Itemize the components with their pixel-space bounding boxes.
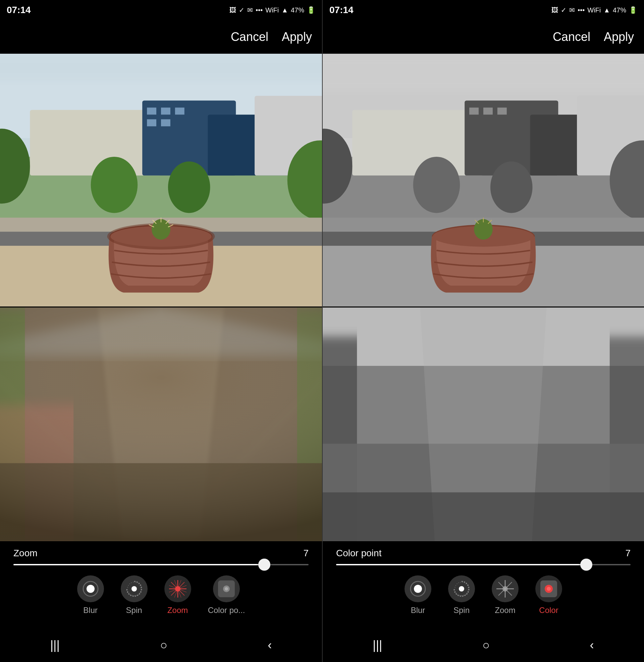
slider-thumb-right[interactable] bbox=[580, 558, 592, 571]
colorpoint-icon-circle-right bbox=[535, 575, 562, 602]
wifi-icon-right: WiFi bbox=[587, 6, 601, 14]
colorpoint-label-right: Color bbox=[539, 605, 558, 615]
top-bar-left: Cancel Apply bbox=[0, 20, 322, 54]
image-area-right bbox=[323, 54, 644, 541]
blur-icon-circle-right bbox=[405, 575, 431, 602]
slider-row-left: Zoom 7 bbox=[14, 548, 308, 558]
svg-rect-7 bbox=[161, 107, 170, 114]
svg-rect-68 bbox=[498, 107, 507, 114]
svg-point-97 bbox=[459, 586, 464, 592]
svg-point-16 bbox=[168, 161, 210, 213]
apply-button-left[interactable]: Apply bbox=[282, 30, 312, 44]
slider-label-right: Color point bbox=[336, 548, 382, 558]
spin-label-right: Spin bbox=[454, 605, 469, 615]
slider-thumb-left[interactable] bbox=[258, 558, 270, 571]
battery-icon-right: 🔋 bbox=[629, 6, 637, 14]
check-icon-left: ✓ bbox=[239, 6, 245, 14]
nav-bar-left: ||| ○ ‹ bbox=[0, 628, 322, 662]
svg-rect-94 bbox=[323, 492, 644, 541]
image-area-left bbox=[0, 54, 322, 541]
effect-zoom-left[interactable]: Zoom bbox=[164, 575, 191, 615]
slider-row-right: Color point 7 bbox=[336, 548, 630, 558]
effect-colorpoint-right[interactable]: Color bbox=[535, 575, 562, 615]
slider-fill-right bbox=[336, 564, 586, 565]
effect-blur-right[interactable]: Blur bbox=[405, 575, 431, 615]
svg-rect-6 bbox=[147, 107, 156, 114]
slider-fill-left bbox=[14, 564, 264, 565]
zoom-label-left: Zoom bbox=[167, 605, 188, 615]
status-time-left: 07:14 bbox=[7, 5, 31, 16]
wifi-icon-left: WiFi bbox=[265, 6, 279, 14]
photo-bottom-right bbox=[323, 308, 644, 541]
back-nav-right[interactable]: ‹ bbox=[590, 638, 594, 652]
status-icons-right: 🖼 ✓ ✉ ••• WiFi ▲ 47% 🔋 bbox=[551, 6, 637, 14]
svg-point-73 bbox=[413, 157, 460, 213]
svg-rect-66 bbox=[469, 107, 479, 114]
svg-point-46 bbox=[132, 586, 137, 592]
slider-label-left: Zoom bbox=[14, 548, 38, 558]
slider-track-left[interactable] bbox=[14, 564, 308, 565]
battery-icon-left: 🔋 bbox=[307, 6, 315, 14]
email-icon-left: ✉ bbox=[247, 6, 253, 14]
menu-nav-left[interactable]: ||| bbox=[50, 638, 60, 652]
zoom-icon-circle-right bbox=[492, 575, 519, 602]
zoom-label-right: Zoom bbox=[495, 605, 515, 615]
effects-row-right: Blur Spin bbox=[336, 572, 630, 622]
battery-right: 47% bbox=[613, 6, 626, 14]
photo-bottom-right-svg bbox=[323, 308, 644, 541]
svg-rect-10 bbox=[161, 119, 170, 126]
controls-left: Zoom 7 Blur bbox=[0, 541, 322, 628]
blur-label-right: Blur bbox=[411, 605, 425, 615]
email-icon-right: ✉ bbox=[569, 6, 575, 14]
svg-rect-8 bbox=[175, 107, 184, 114]
svg-point-59 bbox=[225, 587, 228, 591]
cancel-button-left[interactable]: Cancel bbox=[231, 30, 268, 44]
effect-blur-left[interactable]: Blur bbox=[77, 575, 104, 615]
check-icon-right: ✓ bbox=[561, 6, 567, 14]
svg-point-95 bbox=[414, 585, 422, 593]
svg-rect-87 bbox=[323, 54, 644, 91]
photo-bottom-left-svg bbox=[0, 308, 322, 541]
effect-spin-right[interactable]: Spin bbox=[448, 575, 475, 615]
spin-icon-circle-right bbox=[448, 575, 475, 602]
svg-rect-67 bbox=[483, 107, 493, 114]
zoom-icon-circle-left bbox=[164, 575, 191, 602]
status-icons-left: 🖼 ✓ ✉ ••• WiFi ▲ 47% 🔋 bbox=[229, 6, 315, 14]
cancel-button-right[interactable]: Cancel bbox=[553, 30, 590, 44]
photo-top-right bbox=[323, 54, 644, 307]
left-panel: 07:14 🖼 ✓ ✉ ••• WiFi ▲ 47% 🔋 Cancel Appl… bbox=[0, 0, 322, 662]
svg-rect-9 bbox=[147, 119, 156, 126]
home-nav-right[interactable]: ○ bbox=[482, 638, 490, 652]
colorpoint-icon-circle-left bbox=[213, 575, 240, 602]
colorpoint-label-left: Color po... bbox=[208, 605, 245, 615]
effects-row-left: Blur Spin bbox=[14, 572, 308, 622]
effect-zoom-right[interactable]: Zoom bbox=[492, 575, 519, 615]
photo-top-left bbox=[0, 54, 322, 307]
status-bar-right: 07:14 🖼 ✓ ✉ ••• WiFi ▲ 47% 🔋 bbox=[323, 0, 644, 20]
svg-point-44 bbox=[87, 585, 95, 593]
right-panel: 07:14 🖼 ✓ ✉ ••• WiFi ▲ 47% 🔋 Cancel Appl… bbox=[322, 0, 644, 662]
home-nav-left[interactable]: ○ bbox=[160, 638, 167, 652]
signal-icon-right: ▲ bbox=[603, 6, 610, 14]
apply-button-right[interactable]: Apply bbox=[604, 30, 634, 44]
more-icon-right: ••• bbox=[578, 6, 584, 14]
svg-rect-43 bbox=[0, 308, 322, 541]
photo-bottom-left bbox=[0, 308, 322, 541]
slider-value-left: 7 bbox=[303, 548, 308, 558]
svg-point-74 bbox=[490, 161, 533, 213]
slider-value-right: 7 bbox=[625, 548, 630, 558]
effect-colorpoint-left[interactable]: Color po... bbox=[208, 575, 245, 615]
status-bar-left: 07:14 🖼 ✓ ✉ ••• WiFi ▲ 47% 🔋 bbox=[0, 0, 322, 20]
slider-track-right[interactable] bbox=[336, 564, 630, 565]
signal-icon-left: ▲ bbox=[281, 6, 288, 14]
effect-spin-left[interactable]: Spin bbox=[121, 575, 147, 615]
menu-nav-right[interactable]: ||| bbox=[373, 638, 382, 652]
back-nav-left[interactable]: ‹ bbox=[268, 638, 272, 652]
svg-rect-2 bbox=[30, 110, 161, 175]
nav-bar-right: ||| ○ ‹ bbox=[323, 628, 644, 662]
svg-point-106 bbox=[547, 587, 551, 591]
spin-icon-left bbox=[121, 575, 147, 602]
photo-top-right-svg bbox=[323, 54, 644, 307]
photo-icon-right: 🖼 bbox=[551, 6, 558, 14]
more-icon-left: ••• bbox=[256, 6, 262, 14]
